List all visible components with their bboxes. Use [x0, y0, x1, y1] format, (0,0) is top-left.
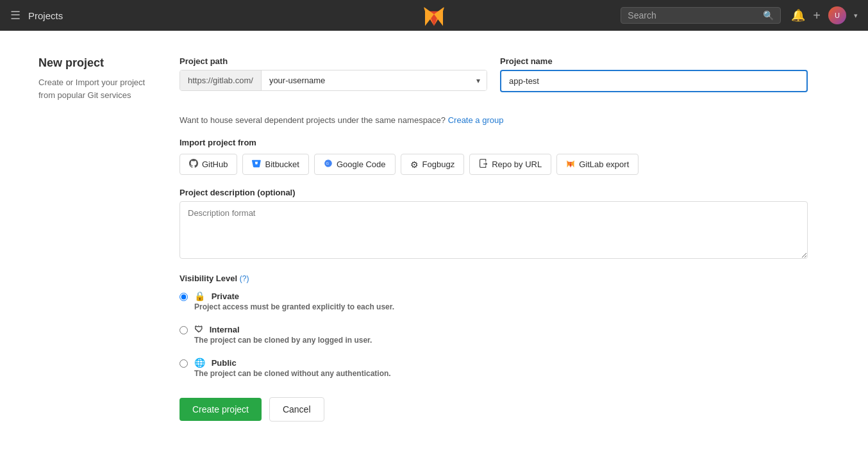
- gitlab-export-icon: [566, 159, 575, 170]
- import-section: Import project from GitHub Bitbucket: [179, 138, 808, 175]
- create-project-button[interactable]: Create project: [179, 398, 262, 421]
- visibility-internal-radio[interactable]: [179, 326, 188, 334]
- path-input-group: https://gitlab.com/ your-username: [179, 70, 487, 91]
- import-bitbucket-label: Bitbucket: [265, 160, 299, 169]
- bitbucket-icon: [252, 159, 261, 170]
- user-menu-chevron[interactable]: ▾: [854, 12, 858, 20]
- menu-icon[interactable]: ☰: [10, 8, 21, 22]
- search-box[interactable]: 🔍: [621, 7, 781, 24]
- import-github-button[interactable]: GitHub: [179, 154, 237, 175]
- project-path-group: Project path https://gitlab.com/ your-us…: [179, 56, 487, 92]
- internal-name: Internal: [210, 325, 240, 334]
- import-repo-by-url-label: Repo by URL: [492, 160, 542, 169]
- navbar: ☰ Projects 🔍 🔔 + U ▾: [0, 0, 868, 31]
- add-icon[interactable]: +: [813, 8, 821, 23]
- public-name: Public: [212, 358, 237, 368]
- import-label: Import project from: [179, 138, 808, 147]
- visibility-help-link[interactable]: (?): [240, 274, 249, 283]
- visibility-label: Visibility Level (?): [179, 274, 808, 283]
- globe-icon: 🌐: [194, 357, 205, 368]
- visibility-private-label[interactable]: 🔒 Private Project access must be granted…: [194, 291, 394, 311]
- import-buttons-container: GitHub Bitbucket G Google Code ⚙ F: [179, 154, 808, 175]
- new-project-form: Project path https://gitlab.com/ your-us…: [179, 56, 808, 422]
- import-repo-by-url-button[interactable]: Repo by URL: [469, 154, 551, 175]
- public-desc: The project can be cloned without any au…: [194, 369, 391, 378]
- sidebar-heading: New project: [38, 56, 154, 70]
- notifications-icon[interactable]: 🔔: [791, 8, 805, 22]
- private-desc: Project access must be granted explicitl…: [194, 302, 394, 311]
- visibility-public-radio[interactable]: [179, 359, 188, 368]
- import-google-code-button[interactable]: G Google Code: [314, 154, 396, 175]
- svg-text:G: G: [326, 161, 329, 165]
- import-fogbugz-label: Fogbugz: [422, 160, 455, 169]
- username-select[interactable]: your-username: [262, 70, 487, 90]
- import-gitlab-export-button[interactable]: GitLab export: [556, 154, 638, 175]
- page-content: New project Create or Import your projec…: [0, 31, 868, 447]
- import-bitbucket-button[interactable]: Bitbucket: [242, 154, 308, 175]
- navbar-actions: 🔔 + U ▾: [791, 6, 858, 24]
- visibility-public-option: 🌐 Public The project can be cloned witho…: [179, 357, 808, 382]
- visibility-internal-label[interactable]: 🛡 Internal The project can be cloned by …: [194, 324, 372, 345]
- visibility-private-option: 🔒 Private Project access must be granted…: [179, 291, 808, 315]
- visibility-group: Visibility Level (?) 🔒 Private Project a…: [179, 274, 808, 382]
- user-avatar[interactable]: U: [828, 6, 846, 24]
- import-gitlab-export-label: GitLab export: [579, 160, 629, 169]
- internal-desc: The project can be cloned by any logged …: [194, 336, 372, 345]
- visibility-internal-option: 🛡 Internal The project can be cloned by …: [179, 324, 808, 348]
- username-select-wrapper[interactable]: your-username: [262, 70, 487, 90]
- fogbugz-icon: ⚙: [410, 160, 419, 170]
- cancel-button[interactable]: Cancel: [269, 397, 324, 422]
- sidebar: New project Create or Import your projec…: [38, 56, 179, 422]
- repo-by-url-icon: [479, 159, 488, 170]
- project-name-label: Project name: [500, 56, 808, 66]
- shield-icon: 🛡: [194, 324, 203, 334]
- import-github-label: GitHub: [202, 160, 228, 169]
- visibility-public-label[interactable]: 🌐 Public The project can be cloned witho…: [194, 357, 391, 378]
- github-icon: [189, 159, 198, 170]
- project-name-group: Project name: [500, 56, 808, 92]
- create-group-link[interactable]: Create a group: [448, 115, 504, 125]
- description-group: Project description (optional): [179, 188, 808, 261]
- import-fogbugz-button[interactable]: ⚙ Fogbugz: [401, 154, 465, 175]
- path-name-row: Project path https://gitlab.com/ your-us…: [179, 56, 808, 104]
- namespace-hint: Want to house several dependent projects…: [179, 115, 808, 125]
- search-icon: 🔍: [763, 10, 774, 20]
- description-label: Project description (optional): [179, 188, 808, 197]
- visibility-private-radio[interactable]: [179, 293, 188, 301]
- description-textarea[interactable]: [179, 201, 808, 259]
- google-code-icon: G: [324, 159, 333, 170]
- form-actions: Create project Cancel: [179, 397, 808, 422]
- path-prefix: https://gitlab.com/: [180, 70, 262, 90]
- sidebar-description: Create or Import your project from popul…: [38, 76, 154, 101]
- import-google-code-label: Google Code: [337, 160, 386, 169]
- navbar-title: Projects: [28, 10, 63, 21]
- gitlab-logo-container[interactable]: [422, 3, 446, 28]
- search-input[interactable]: [628, 10, 760, 20]
- project-name-input[interactable]: [500, 70, 808, 92]
- project-path-label: Project path: [179, 56, 487, 66]
- private-name: Private: [212, 291, 239, 301]
- lock-icon: 🔒: [194, 291, 205, 301]
